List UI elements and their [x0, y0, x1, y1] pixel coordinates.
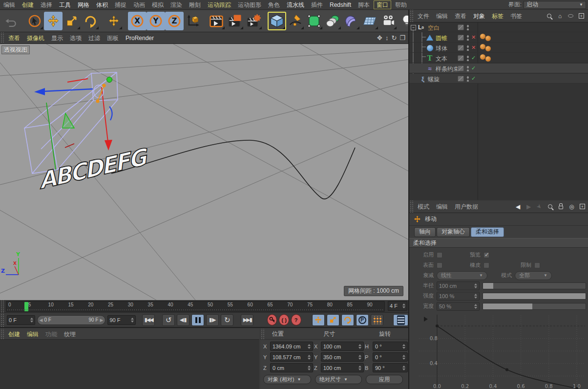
- enable-state-icon[interactable]: ✕: [471, 34, 476, 41]
- pos-z-field[interactable]: 0 cm: [270, 363, 313, 372]
- menu-item[interactable]: 体积: [93, 0, 111, 10]
- track-expand-arrow-icon[interactable]: [424, 317, 428, 322]
- timeline-ruler[interactable]: 051015202530354045505560657075808590: [6, 301, 385, 312]
- rotate-tool-button[interactable]: [81, 12, 100, 30]
- keyframe-options-button[interactable]: ?: [291, 314, 301, 325]
- object-manager-menu-item[interactable]: 文件: [414, 11, 433, 21]
- move-tool-button[interactable]: [44, 12, 63, 30]
- subdivision-surface-button[interactable]: [305, 12, 323, 30]
- tab-object-axis[interactable]: 对象轴心: [437, 227, 470, 237]
- camera-button[interactable]: [379, 12, 398, 30]
- autokey-button[interactable]: ( ): [279, 314, 289, 325]
- new-panel-icon[interactable]: +: [579, 203, 586, 210]
- tab-axis[interactable]: 轴向: [414, 227, 436, 237]
- curve-point[interactable]: [505, 368, 508, 371]
- object-row-null[interactable]: − L0 空白: [409, 22, 588, 32]
- mode-dropdown[interactable]: 全部▼: [515, 271, 552, 280]
- key-parameter-toggle[interactable]: P: [356, 314, 369, 326]
- tag-icon[interactable]: [480, 34, 485, 39]
- pos-x-field[interactable]: 1364.09 cm: [270, 342, 313, 351]
- curve-control-points[interactable]: [436, 324, 578, 389]
- scale-tool-button[interactable]: [63, 12, 81, 30]
- lock-x-axis-button[interactable]: X: [128, 12, 147, 30]
- material-menu-item[interactable]: 功能: [42, 329, 61, 339]
- layer-chip[interactable]: [458, 65, 464, 71]
- viewport-menu-item[interactable]: 查看: [5, 33, 23, 43]
- enable-state-icon[interactable]: ✓: [471, 55, 476, 61]
- menu-item[interactable]: 运动跟踪: [204, 0, 234, 10]
- apply-button[interactable]: 应用: [366, 375, 403, 384]
- layer-chip[interactable]: [458, 55, 464, 61]
- falloff-curve[interactable]: [437, 326, 577, 389]
- menu-item[interactable]: Redshift: [326, 0, 355, 10]
- surface-checkbox[interactable]: [437, 262, 442, 268]
- render-to-picture-viewer-button[interactable]: [226, 12, 244, 30]
- menu-item[interactable]: 运动图形: [234, 0, 265, 10]
- sweep-generator-button[interactable]: [323, 12, 342, 30]
- helix-spline-curve[interactable]: [111, 140, 355, 199]
- record-keyframe-button[interactable]: [267, 314, 277, 325]
- range-right-arrow-icon[interactable]: ▶: [100, 318, 103, 323]
- perspective-viewport[interactable]: ABCDEFG Y Z X 透视视图 网格间距 : 1000 cm: [0, 44, 408, 300]
- menu-item[interactable]: 渲染: [167, 0, 186, 10]
- step-forward-button[interactable]: ▮▶: [206, 314, 219, 326]
- visibility-dots-icon[interactable]: [467, 45, 469, 51]
- menu-item[interactable]: 帮助: [392, 0, 410, 10]
- filter-eye-icon[interactable]: [567, 12, 574, 20]
- timeline-playhead[interactable]: [24, 302, 28, 311]
- bend-deformer-button[interactable]: [342, 12, 360, 30]
- object-name[interactable]: 文本: [436, 55, 447, 63]
- arrow-up-icon[interactable]: ➤: [534, 201, 545, 212]
- visibility-dots-icon[interactable]: [467, 65, 469, 71]
- menu-item[interactable]: 动画: [130, 0, 148, 10]
- target-icon[interactable]: ◎: [568, 203, 575, 210]
- home-icon[interactable]: ⌂: [556, 12, 564, 20]
- menu-item[interactable]: 窗口: [373, 0, 392, 10]
- tab-soft-selection[interactable]: 柔和选择: [471, 227, 504, 237]
- material-menu-item[interactable]: 编辑: [23, 329, 42, 339]
- strength-slider[interactable]: [483, 293, 586, 300]
- width-field[interactable]: 50 %: [437, 302, 480, 311]
- add-spline-pen-button[interactable]: [286, 12, 305, 30]
- viewport-pan-icon[interactable]: ✥: [377, 34, 382, 42]
- make-preview-button[interactable]: [393, 314, 408, 326]
- pause-button[interactable]: [191, 314, 204, 326]
- render-view-button[interactable]: [207, 12, 226, 30]
- falloff-curve-panel[interactable]: 0.8 0.4 0.00.20.40.60.81.0: [409, 312, 588, 389]
- falloff-dropdown[interactable]: 线性▼: [437, 271, 487, 280]
- live-selection-button[interactable]: [25, 12, 44, 30]
- menu-item[interactable]: 脚本: [355, 0, 373, 10]
- menu-item[interactable]: 选择: [37, 0, 56, 10]
- object-name[interactable]: 空白: [428, 24, 440, 32]
- section-header-soft-selection[interactable]: 柔和选择: [409, 238, 588, 248]
- key-pla-toggle[interactable]: [371, 314, 383, 326]
- goto-start-button[interactable]: ▮◀◀: [142, 314, 155, 326]
- curve-point[interactable]: [436, 324, 439, 327]
- strength-field[interactable]: 100 %: [437, 292, 480, 301]
- range-left-arrow-icon[interactable]: ◀: [40, 318, 43, 323]
- layer-chip[interactable]: [458, 76, 464, 82]
- menu-item[interactable]: 插件: [308, 0, 326, 10]
- panel-grip[interactable]: [409, 10, 414, 22]
- tag-icon[interactable]: [485, 46, 491, 51]
- history-forward-icon[interactable]: ▶: [525, 203, 532, 210]
- menu-item[interactable]: 模拟: [148, 0, 167, 10]
- panel-grip[interactable]: [260, 329, 265, 339]
- menu-item[interactable]: 网格: [74, 0, 93, 10]
- size-x-field[interactable]: 100 cm: [321, 342, 364, 351]
- enable-checkbox[interactable]: [437, 252, 442, 258]
- limit-checkbox[interactable]: [534, 262, 540, 268]
- preview-checkbox[interactable]: [483, 252, 489, 258]
- key-rotation-toggle[interactable]: [341, 314, 354, 326]
- visibility-dots-icon[interactable]: [467, 35, 469, 41]
- menu-item[interactable]: 雕刻: [186, 0, 204, 10]
- rubber-checkbox[interactable]: [483, 262, 489, 268]
- panel-grip[interactable]: [0, 313, 5, 327]
- viewport-rotate-icon[interactable]: ↻: [391, 34, 397, 42]
- visibility-dots-icon[interactable]: [467, 24, 469, 30]
- collapse-expander-icon[interactable]: −: [411, 25, 416, 30]
- rot-p-field[interactable]: 0 °: [373, 352, 408, 362]
- menu-item[interactable]: 流水线: [283, 0, 308, 10]
- coordinate-system-button[interactable]: [184, 12, 202, 30]
- width-slider[interactable]: [483, 303, 586, 310]
